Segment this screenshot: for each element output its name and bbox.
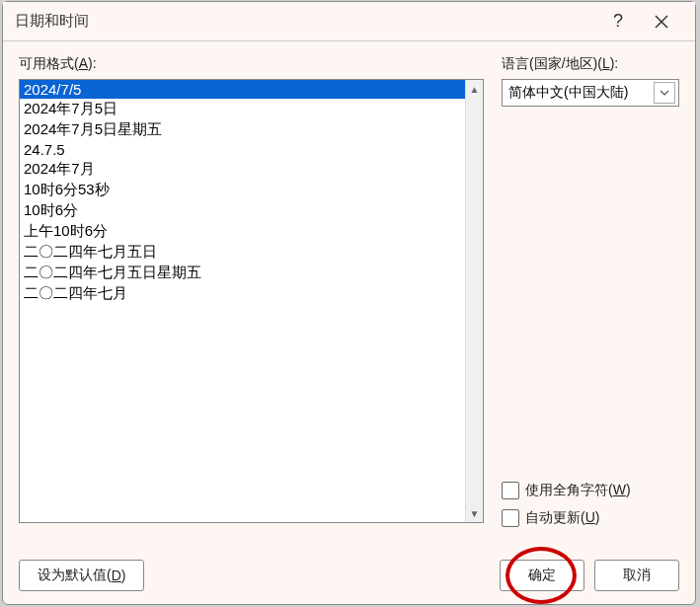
- language-selected-text: 简体中文(中国大陆): [508, 84, 654, 102]
- dialog-content: 可用格式(A): 2024/7/52024年7月5日2024年7月5日星期五24…: [3, 41, 695, 547]
- scroll-down-icon[interactable]: ▼: [466, 504, 483, 522]
- close-button[interactable]: [640, 2, 683, 41]
- set-default-button[interactable]: 设为默认值(D): [19, 560, 144, 591]
- checkbox-icon: [502, 482, 519, 499]
- cancel-button[interactable]: 取消: [594, 560, 679, 591]
- help-button[interactable]: ?: [596, 2, 640, 41]
- list-item[interactable]: 10时6分53秒: [20, 180, 465, 200]
- format-label: 可用格式(A):: [19, 55, 484, 73]
- titlebar: 日期和时间 ?: [3, 2, 695, 41]
- autoupdate-checkbox[interactable]: 自动更新(U): [502, 509, 679, 527]
- close-icon: [655, 15, 668, 29]
- right-column: 语言(国家/地区)(L): 简体中文(中国大陆) 使用全角字符(W): [502, 55, 679, 547]
- list-item[interactable]: 2024/7/5: [20, 80, 465, 99]
- list-item[interactable]: 2024年7月5日星期五: [20, 119, 465, 140]
- left-column: 可用格式(A): 2024/7/52024年7月5日2024年7月5日星期五24…: [19, 55, 484, 547]
- list-item[interactable]: 10时6分: [20, 200, 465, 221]
- checkbox-group: 使用全角字符(W) 自动更新(U): [502, 482, 679, 537]
- listbox-scrollbar[interactable]: ▲ ▼: [465, 80, 483, 522]
- list-item[interactable]: 二〇二四年七月五日星期五: [20, 263, 465, 283]
- checkbox-icon: [502, 509, 519, 527]
- chevron-down-icon: [654, 82, 675, 104]
- list-item[interactable]: 24.7.5: [20, 140, 465, 159]
- list-item[interactable]: 上午10时6分: [20, 221, 465, 242]
- language-select[interactable]: 简体中文(中国大陆): [502, 79, 679, 107]
- format-listbox[interactable]: 2024/7/52024年7月5日2024年7月5日星期五24.7.52024年…: [20, 80, 465, 522]
- ok-button[interactable]: 确定: [500, 560, 584, 591]
- list-item[interactable]: 二〇二四年七月五日: [20, 242, 465, 263]
- list-item[interactable]: 二〇二四年七月: [20, 283, 465, 304]
- dialog-footer: 设为默认值(D) 确定 取消: [3, 547, 695, 604]
- date-time-dialog: 日期和时间 ? 可用格式(A): 2024/7/52024年7月5日2024年7…: [2, 1, 696, 605]
- list-item[interactable]: 2024年7月5日: [20, 99, 465, 119]
- dialog-title: 日期和时间: [15, 12, 596, 31]
- fullwidth-label: 使用全角字符(W): [525, 482, 631, 499]
- fullwidth-checkbox[interactable]: 使用全角字符(W): [502, 482, 679, 499]
- language-label: 语言(国家/地区)(L):: [502, 55, 679, 73]
- list-item[interactable]: 2024年7月: [20, 159, 465, 180]
- format-listbox-container: 2024/7/52024年7月5日2024年7月5日星期五24.7.52024年…: [19, 79, 484, 523]
- scroll-up-icon[interactable]: ▲: [466, 80, 483, 98]
- autoupdate-label: 自动更新(U): [525, 509, 599, 527]
